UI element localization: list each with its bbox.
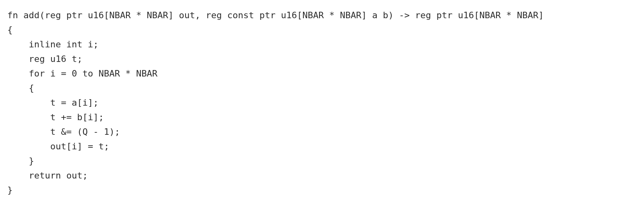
code-line: return out; (7, 170, 88, 181)
code-line: t += b[i]; (7, 112, 104, 122)
code-line: t &= (Q - 1); (7, 127, 120, 137)
code-line: inline int i; (7, 39, 98, 49)
code-line: t = a[i]; (7, 98, 98, 108)
code-block: fn add(reg ptr u16[NBAR * NBAR] out, reg… (7, 8, 637, 198)
code-line: } (7, 156, 34, 166)
code-line: } (7, 185, 13, 195)
code-line: reg u16 t; (7, 54, 82, 64)
code-line: out[i] = t; (7, 141, 109, 151)
code-line: fn add(reg ptr u16[NBAR * NBAR] out, reg… (7, 10, 544, 20)
code-line: for i = 0 to NBAR * NBAR (7, 68, 158, 79)
code-line: { (7, 25, 13, 35)
code-line: { (7, 83, 34, 93)
